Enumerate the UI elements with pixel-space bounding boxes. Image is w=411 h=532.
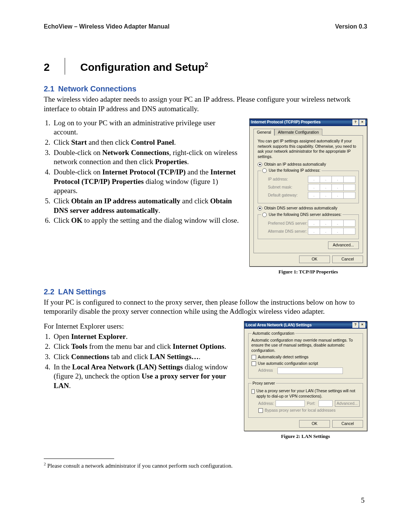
chapter-heading: 2 Configuration and Setup2	[44, 54, 367, 74]
address-label: Address	[258, 368, 277, 373]
section-2-1-body: Log on to your PC with an administrative…	[44, 118, 367, 275]
section-2-2-body: For Internet Explorer users: Open Intern…	[44, 321, 367, 440]
auto-config-group: Automatic configuration Automatic config…	[248, 331, 363, 379]
chapter-number: 2	[44, 61, 65, 74]
tab-general[interactable]: General	[253, 129, 274, 136]
radio-obtain-ip[interactable]: Obtain an IP address automatically	[258, 162, 359, 167]
alt-dns-label: Alternate DNS server:	[268, 229, 308, 234]
radio-icon	[258, 162, 262, 167]
chapter-divider	[65, 58, 65, 75]
gateway-input[interactable]: ...	[308, 192, 355, 199]
figure-1: Internet Protocol (TCP/IP) Properties ? …	[249, 118, 367, 275]
page-number: 5	[361, 496, 365, 505]
section-num: 2.1	[44, 85, 54, 93]
ip-address-label: IP address:	[268, 177, 308, 182]
close-icon[interactable]: ×	[359, 120, 365, 125]
help-icon[interactable]: ?	[352, 120, 358, 125]
checkbox-icon	[252, 355, 256, 359]
script-address-input[interactable]	[277, 367, 343, 374]
step: Double-click on Internet Protocol (TCP/I…	[52, 168, 240, 196]
subnet-label: Subnet mask:	[268, 185, 308, 190]
dialog-blurb: You can get IP settings assigned automat…	[258, 139, 359, 160]
dialog-titlebar: Internet Protocol (TCP/IP) Properties ? …	[250, 119, 367, 126]
radio-icon	[262, 168, 267, 173]
chapter-title-text: Configuration and Setup	[80, 61, 205, 73]
radio-use-dns[interactable]: Use the following DNS server addresses:	[262, 212, 341, 217]
figure-2-caption: Figure 2: LAN Settings	[244, 433, 367, 440]
step: Click OK to apply the setting and the di…	[52, 216, 240, 225]
chk-auto-detect[interactable]: Automatically detect settings	[252, 355, 360, 360]
auto-blurb: Automatic configuration may override man…	[252, 338, 360, 353]
steps-2-2: For Internet Explorer users: Open Intern…	[44, 321, 234, 440]
ok-button[interactable]: OK	[299, 420, 330, 428]
proxy-port-label: Port:	[307, 401, 319, 406]
lan-settings-dialog: Local Area Network (LAN) Settings ? × Au…	[244, 321, 367, 431]
proxy-advanced-button[interactable]: Advanced...	[335, 400, 360, 407]
checkbox-icon	[252, 361, 256, 366]
footnote-rule	[44, 459, 114, 459]
step: Click Start and then click Control Panel…	[52, 138, 240, 147]
step: In the Local Area Network (LAN) Settings…	[52, 363, 234, 391]
cancel-button[interactable]: Cancel	[332, 256, 363, 263]
figure-2: Local Area Network (LAN) Settings ? × Au…	[244, 321, 367, 440]
radio-use-ip[interactable]: Use the following IP address:	[262, 168, 320, 173]
figure-1-caption: Figure 1: TCP/IP Properties	[249, 269, 367, 275]
chk-use-proxy[interactable]: Use a proxy server for your LAN (These s…	[252, 388, 360, 399]
chk-bypass-proxy[interactable]: Bypass proxy server for local addresses	[258, 408, 360, 413]
radio-icon	[262, 212, 267, 217]
steps-2-1: Log on to your PC with an administrative…	[44, 118, 240, 275]
checkbox-icon	[258, 408, 263, 413]
footnote: 2 Please consult a network administrator…	[44, 461, 367, 470]
help-icon[interactable]: ?	[352, 322, 358, 328]
proxy-address-label: Address:	[258, 401, 276, 406]
page: EchoView – Wireless Video Adapter Manual…	[0, 0, 411, 532]
dialog-tabs: General Alternate Configuration	[253, 128, 363, 136]
step: Double-click on Network Connections, rig…	[52, 148, 240, 167]
section-2-2-intro: If your PC is configured to connect to t…	[44, 298, 367, 316]
subnet-input[interactable]: ...	[308, 184, 355, 191]
footnote-mark: 2	[205, 61, 208, 68]
ip-address-input[interactable]: ...	[308, 176, 355, 183]
dialog-titlebar: Local Area Network (LAN) Settings ? ×	[244, 321, 367, 329]
tcpip-properties-dialog: Internet Protocol (TCP/IP) Properties ? …	[249, 118, 367, 267]
section-title: LAN Settings	[58, 288, 106, 296]
ok-button[interactable]: OK	[299, 256, 330, 263]
group-legend: Automatic configuration	[252, 331, 296, 336]
chapter-title: Configuration and Setup2	[80, 61, 208, 74]
header-right: Version 0.3	[335, 23, 368, 31]
cancel-button[interactable]: Cancel	[332, 420, 363, 428]
ie-users-line: For Internet Explorer users:	[44, 322, 234, 331]
gateway-label: Default gateway:	[268, 193, 308, 198]
section-num: 2.2	[44, 288, 54, 296]
checkbox-icon	[252, 389, 255, 394]
section-2-2-heading: 2.2LAN Settings	[44, 287, 367, 297]
step: Click Connections tab and click LAN Sett…	[52, 352, 234, 362]
section-2-1-heading: 2.1Network Connections	[44, 84, 367, 94]
proxy-group: Proxy server Use a proxy server for your…	[248, 381, 363, 418]
proxy-port-input[interactable]	[319, 400, 333, 407]
close-icon[interactable]: ×	[359, 322, 365, 328]
dialog-title: Internet Protocol (TCP/IP) Properties	[251, 120, 321, 125]
radio-obtain-dns[interactable]: Obtain DNS server address automatically	[258, 206, 359, 211]
page-header: EchoView – Wireless Video Adapter Manual…	[44, 23, 367, 33]
chk-auto-script[interactable]: Use automatic configuration script	[252, 361, 360, 366]
proxy-address-input[interactable]	[276, 400, 305, 407]
advanced-button[interactable]: Advanced...	[328, 241, 359, 249]
group-legend: Proxy server	[252, 381, 276, 386]
step: Click Obtain an IP address automatically…	[52, 197, 240, 215]
footnote-text: Please consult a network administrator i…	[46, 463, 233, 469]
alt-dns-input[interactable]: ...	[308, 228, 355, 235]
step: Log on to your PC with an administrative…	[52, 118, 240, 137]
header-left: EchoView – Wireless Video Adapter Manual	[44, 23, 169, 31]
dialog-title: Local Area Network (LAN) Settings	[246, 323, 312, 328]
section-2-1-intro: The wireless video adapter needs to assi…	[44, 95, 367, 113]
pref-dns-input[interactable]: ...	[308, 220, 355, 227]
pref-dns-label: Preferred DNS server:	[268, 221, 308, 226]
section-title: Network Connections	[58, 85, 137, 93]
tab-alternate[interactable]: Alternate Configuration	[274, 129, 322, 136]
step: Open Internet Explorer.	[52, 332, 234, 342]
radio-icon	[258, 206, 262, 211]
step: Click Tools from the menu bar and click …	[52, 342, 234, 351]
